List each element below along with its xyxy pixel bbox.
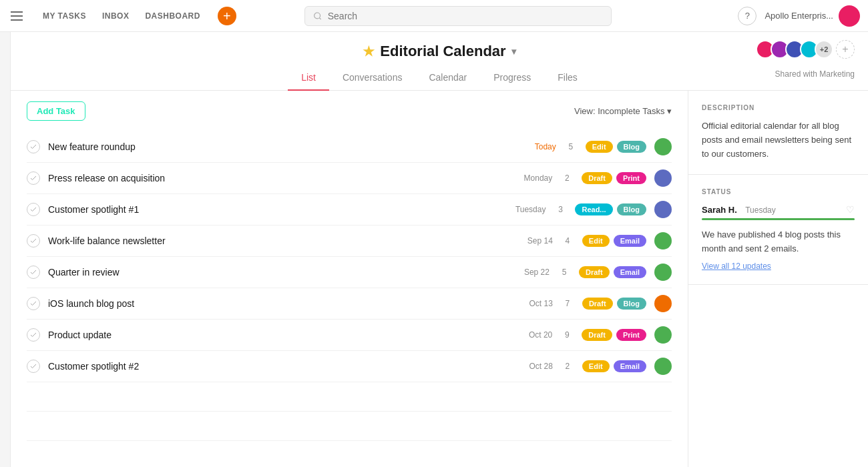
status-user-name: Sarah H. (702, 205, 737, 215)
top-nav: MY TASKS INBOX DASHBOARD + ? Apollo Ente… (0, 0, 868, 32)
task-area: Add Task View: Incomplete Tasks ▾ New fe… (11, 91, 868, 467)
task-row: Work-life balance newsletter Sep 14 4 Ed… (27, 225, 672, 257)
help-button[interactable]: ? (738, 7, 756, 25)
add-button[interactable]: + (218, 7, 236, 25)
project-tabs: List Conversations Calendar Progress Fil… (11, 65, 868, 91)
task-date: Oct 20 (512, 330, 552, 340)
task-checkbox[interactable] (27, 266, 40, 279)
task-row: Customer spotlight #2 Oct 28 2 Edit Emai… (27, 351, 672, 382)
task-tag-1[interactable]: Edit (586, 141, 613, 153)
team-avatar-count[interactable]: +2 (815, 40, 833, 59)
content-area: ★ Editorial Calendar ▾ +2 + Shared with … (11, 32, 868, 467)
tab-calendar[interactable]: Calendar (415, 65, 480, 91)
task-count: 2 (560, 173, 574, 183)
task-name: Product update (48, 330, 504, 340)
task-name: Work-life balance newsletter (48, 236, 505, 246)
task-checkbox[interactable] (27, 234, 40, 248)
task-tag-1[interactable]: Edit (582, 235, 610, 247)
menu-icon[interactable] (8, 9, 25, 23)
task-tag-2[interactable]: Print (616, 329, 646, 341)
main-layout: ★ Editorial Calendar ▾ +2 + Shared with … (0, 32, 868, 467)
project-title: ★ Editorial Calendar ▾ (11, 43, 868, 60)
description-section: DESCRIPTION Official editorial calendar … (688, 91, 868, 175)
task-date: Sep 22 (509, 268, 550, 277)
task-count: 3 (554, 205, 567, 214)
task-tag-2[interactable]: Email (614, 235, 646, 247)
tab-files[interactable]: Files (544, 65, 591, 91)
task-tags: Read... Blog (575, 203, 646, 215)
empty-row-3 (27, 441, 672, 467)
tab-list[interactable]: List (288, 65, 329, 91)
task-tag-2[interactable]: Email (614, 360, 646, 372)
task-tag-2[interactable]: Email (614, 266, 646, 278)
status-header: Sarah H. Tuesday ♡ (702, 203, 855, 215)
search-icon (313, 11, 322, 21)
project-dropdown-icon[interactable]: ▾ (511, 46, 516, 57)
inbox-link[interactable]: INBOX (95, 7, 136, 25)
task-name: Customer spotlight #1 (48, 204, 497, 215)
task-list-header: Add Task View: Incomplete Tasks ▾ (27, 101, 672, 121)
task-list: New feature roundup Today 5 Edit Blog Pr… (27, 131, 672, 382)
task-tag-1[interactable]: Draft (582, 329, 612, 341)
task-tag-2[interactable]: Blog (617, 203, 646, 215)
task-avatar (654, 358, 672, 375)
task-checkbox[interactable] (27, 328, 40, 342)
task-avatar (654, 169, 672, 187)
status-label: STATUS (702, 188, 855, 195)
empty-row-1 (27, 382, 672, 412)
task-tag-1[interactable]: Read... (575, 203, 612, 215)
dashboard-link[interactable]: DASHBOARD (138, 7, 207, 25)
task-avatar (654, 201, 672, 218)
task-tag-1[interactable]: Draft (582, 172, 612, 184)
task-checkbox[interactable] (27, 171, 40, 185)
task-name: Press release on acquisition (48, 173, 504, 183)
task-tag-1[interactable]: Edit (582, 360, 610, 372)
task-date: Today (516, 142, 556, 151)
task-checkbox[interactable] (27, 140, 40, 153)
view-filter-dropdown[interactable]: View: Incomplete Tasks ▾ (574, 106, 672, 116)
task-tags: Edit Email (582, 235, 646, 247)
task-row: Customer spotlight #1 Tuesday 3 Read... … (27, 194, 672, 225)
user-avatar (839, 5, 860, 27)
task-date: Oct 13 (513, 299, 553, 308)
task-tags: Edit Email (582, 360, 646, 372)
team-avatars: +2 + (756, 40, 855, 59)
task-tag-2[interactable]: Blog (617, 141, 646, 153)
empty-row-2 (27, 412, 672, 441)
task-checkbox[interactable] (27, 203, 40, 216)
status-bar (702, 218, 855, 220)
task-tag-1[interactable]: Draft (579, 266, 610, 278)
task-avatar (654, 138, 672, 155)
status-section: STATUS Sarah H. Tuesday ♡ We have publis… (688, 175, 868, 285)
task-count: 9 (560, 330, 574, 340)
my-tasks-link[interactable]: MY TASKS (36, 7, 93, 25)
task-tag-2[interactable]: Print (616, 172, 646, 184)
tab-conversations[interactable]: Conversations (329, 65, 416, 91)
task-count: 5 (564, 142, 578, 151)
task-checkbox[interactable] (27, 360, 40, 373)
star-icon: ★ (363, 43, 375, 59)
task-tag-2[interactable]: Blog (617, 298, 646, 310)
task-date: Sep 14 (513, 236, 553, 246)
add-member-button[interactable]: + (836, 40, 855, 59)
user-info[interactable]: Apollo Enterpris... (765, 5, 860, 27)
task-count: 4 (561, 236, 574, 246)
right-panel: DESCRIPTION Official editorial calendar … (688, 91, 868, 467)
task-avatar (654, 232, 672, 250)
task-checkbox[interactable] (27, 297, 40, 310)
heart-icon[interactable]: ♡ (846, 204, 855, 215)
status-date: Tuesday (745, 205, 776, 215)
task-list-section: Add Task View: Incomplete Tasks ▾ New fe… (11, 91, 688, 467)
right-nav: ? Apollo Enterpris... (738, 5, 860, 27)
shared-label: Shared with Marketing (775, 69, 855, 79)
add-task-button[interactable]: Add Task (27, 101, 85, 121)
view-updates-link[interactable]: View all 12 updates (702, 262, 855, 271)
status-user-info: Sarah H. Tuesday (702, 203, 776, 215)
svg-point-0 (314, 13, 320, 19)
tab-progress[interactable]: Progress (480, 65, 544, 91)
project-header: ★ Editorial Calendar ▾ +2 + Shared with … (11, 32, 868, 91)
task-count: 7 (561, 299, 574, 308)
task-tag-1[interactable]: Draft (582, 298, 613, 310)
task-row: Quarter in review Sep 22 5 Draft Email (27, 257, 672, 288)
search-input[interactable] (328, 11, 604, 21)
